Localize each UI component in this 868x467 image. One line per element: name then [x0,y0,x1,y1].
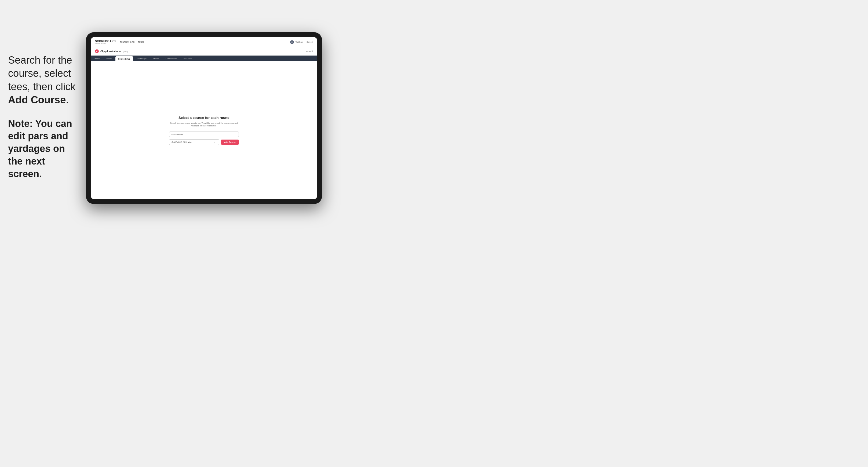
pipe-divider: | [304,41,305,43]
annotation-area: Search for the course, select tees, then… [8,54,81,180]
card-description: Search for a course and select a tee. Yo… [169,122,239,127]
nav-teams[interactable]: TEAMS [138,41,144,43]
navbar-left: SCOREBOARD Powered by clippd TOURNAMENTS… [95,40,144,44]
navbar: SCOREBOARD Powered by clippd TOURNAMENTS… [91,37,317,47]
tee-clear-icon[interactable]: × [214,141,215,143]
tablet-device: SCOREBOARD Powered by clippd TOURNAMENTS… [86,32,322,204]
tournament-name: Clippd Invitational [100,50,121,53]
tab-details[interactable]: Details [91,56,103,61]
course-setup-card: Select a course for each round Search fo… [169,116,239,145]
tab-tee-groups[interactable]: Tee Groups [134,56,150,61]
tab-course-setup[interactable]: Course Setup [116,56,133,61]
logo: SCOREBOARD Powered by clippd [95,40,116,44]
logo-main: SCOREBOARD [95,40,116,43]
navbar-right: U Test User | Sign out [290,40,313,44]
tab-bar: Details Teams Course Setup Tee Groups Re… [91,56,317,61]
cancel-button[interactable]: Cancel ✕ [305,50,313,52]
annotation-note: Note: You can edit pars and yardages on … [8,118,81,180]
card-title: Select a course for each round [169,116,239,120]
user-avatar: U [290,40,294,44]
logo-sub: Powered by clippd [95,43,116,44]
tee-select-dropdown[interactable]: Gold (M) (M) (7010 yds) × ⌃ [169,139,219,145]
nav-links: TOURNAMENTS TEAMS [120,41,144,43]
tournament-icon: C [95,50,99,53]
main-content: Select a course for each round Search fo… [91,61,317,199]
tee-select-row: Gold (M) (M) (7010 yds) × ⌃ Add Course [169,139,239,145]
annotation-text: Search for the course, select tees, then… [8,54,81,107]
annotation-bold: Add Course [8,94,66,105]
tournament-header: C Clippd Invitational (Men) Cancel ✕ [91,47,317,56]
nav-tournaments[interactable]: TOURNAMENTS [120,41,134,43]
course-search-input[interactable] [169,131,239,137]
sign-out-link[interactable]: Sign out [307,41,313,43]
add-course-button[interactable]: Add Course [221,139,239,145]
tablet-screen: SCOREBOARD Powered by clippd TOURNAMENTS… [91,37,317,199]
tournament-title-area: C Clippd Invitational (Men) [95,50,128,53]
tournament-badge: (Men) [123,51,128,52]
tab-results[interactable]: Results [150,56,162,61]
tab-printables[interactable]: Printables [180,56,195,61]
tab-leaderboards[interactable]: Leaderboards [162,56,180,61]
cancel-icon: ✕ [311,50,313,52]
user-label: Test User [296,41,303,43]
tee-controls: × ⌃ [214,141,217,143]
tee-select-value: Gold (M) (M) (7010 yds) [172,141,192,143]
tab-teams[interactable]: Teams [103,56,115,61]
tee-chevron-icon: ⌃ [216,141,217,143]
